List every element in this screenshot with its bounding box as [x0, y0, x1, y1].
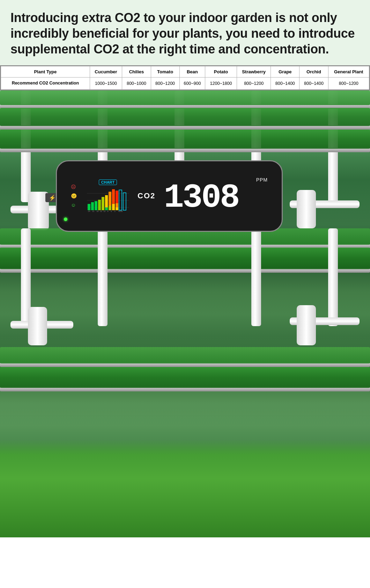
table-section: Plant Type Cucumber Chilies Tomato Bean …	[0, 65, 370, 90]
robot-low-body-2	[297, 305, 316, 345]
svg-rect-4	[91, 202, 94, 210]
support-mid-3	[251, 228, 261, 326]
chart-label: CHART	[99, 179, 117, 185]
smiley-neutral: 😐	[71, 193, 77, 199]
svg-rect-9	[105, 207, 108, 210]
plants-1	[0, 90, 370, 105]
col-plant-type: Plant Type	[1, 66, 90, 78]
svg-text:-24: -24	[88, 210, 90, 212]
val-chilies: 800~1000	[122, 78, 151, 90]
header-title: Introducing extra CO2 to your indoor gar…	[10, 10, 360, 57]
ppm-label: PPM	[256, 177, 268, 183]
table-header-row: Plant Type Cucumber Chilies Tomato Bean …	[1, 66, 369, 78]
val-orchid: 800~1400	[299, 78, 328, 90]
col-tomato: Tomato	[151, 66, 179, 78]
ppm-value: 1308	[164, 181, 238, 215]
col-cucumber: Cucumber	[90, 66, 122, 78]
co2-text: CO2	[138, 191, 155, 200]
plants-low-1	[0, 347, 370, 363]
svg-rect-6	[98, 200, 101, 210]
svg-text:-9: -9	[107, 210, 109, 212]
device-screen: ☹ 😐 ☺ CHART	[64, 165, 275, 227]
val-bean: 600~900	[179, 78, 205, 90]
col-chilies: Chilies	[122, 66, 151, 78]
val-cucumber: 1000~1500	[90, 78, 122, 90]
usb-icon: ⚡	[49, 194, 56, 201]
table-data-row: Recommend CO2 Concentration 1000~1500 80…	[1, 78, 369, 90]
svg-rect-5	[95, 201, 97, 210]
svg-rect-7	[102, 197, 104, 210]
val-tomato: 800~1200	[151, 78, 179, 90]
robot-body-4	[297, 190, 316, 228]
col-bean: Bean	[179, 66, 205, 78]
svg-text:-3: -3	[114, 210, 116, 212]
col-strawberry: Strawberry	[237, 66, 271, 78]
col-general: General Plant	[328, 66, 369, 78]
col-orchid: Orchid	[299, 66, 328, 78]
co2-label-area: CO2	[138, 191, 155, 200]
svg-text:-18: -18	[96, 210, 98, 212]
smiley-bad: ☹	[71, 184, 77, 190]
smiley-column: ☹ 😐 ☺	[71, 184, 77, 208]
col-grape: Grape	[271, 66, 299, 78]
support-mid-4	[328, 228, 338, 326]
svg-rect-3	[88, 204, 90, 210]
svg-text:-15: -15	[99, 210, 102, 212]
svg-text:-6: -6	[110, 210, 112, 212]
svg-rect-16	[116, 207, 118, 210]
svg-rect-13	[112, 204, 115, 210]
plants-mid-2	[0, 248, 370, 269]
status-dot	[64, 218, 67, 221]
co2-table: Plant Type Cucumber Chilies Tomato Bean …	[1, 66, 369, 90]
plants-low-2	[0, 367, 370, 388]
bar-chart-svg: -24 -21 -18 -15 -12 -9 -6 -3 NOW	[87, 186, 129, 213]
chart-area: CHART	[85, 179, 131, 213]
ppm-area: PPM 1308	[164, 177, 268, 215]
svg-text:NOW: NOW	[118, 210, 123, 212]
val-grape: 800~1400	[271, 78, 299, 90]
smiley-good: ☺	[71, 202, 77, 208]
support-mid-2	[98, 228, 108, 326]
val-strawberry: 800~1200	[237, 78, 271, 90]
device-container: ⚡ ☹ 😐 ☺ CHART	[45, 160, 283, 234]
val-potato: 1200~1800	[205, 78, 237, 90]
svg-rect-18	[123, 193, 126, 210]
header-section: Introducing extra CO2 to your indoor gar…	[0, 0, 370, 65]
plants-2	[0, 108, 370, 126]
lettuce-bottom	[0, 440, 370, 537]
garden-section: ⚡ ☹ 😐 ☺ CHART	[0, 90, 370, 537]
robot-low-body-1	[28, 307, 47, 345]
device-body: ☹ 😐 ☺ CHART	[56, 160, 283, 232]
row-label: Recommend CO2 Concentration	[1, 78, 90, 90]
plants-3	[0, 130, 370, 149]
svg-rect-17	[119, 190, 122, 210]
val-general: 800~1200	[328, 78, 369, 90]
svg-text:-21: -21	[92, 210, 94, 212]
svg-rect-11	[109, 206, 111, 210]
col-potato: Potato	[205, 66, 237, 78]
svg-text:-12: -12	[103, 210, 105, 212]
